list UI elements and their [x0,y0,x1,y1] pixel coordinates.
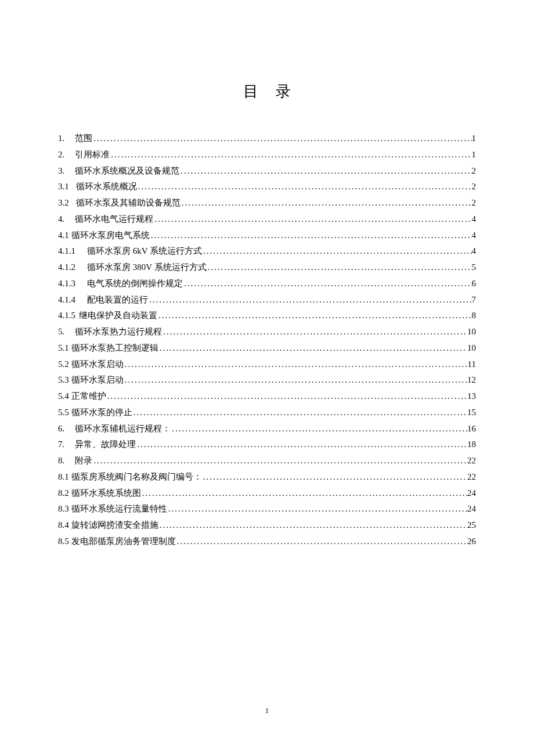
toc-entry-text: 循环水泵热力运行规程 [75,324,162,340]
toc-entry-page: 2 [472,179,477,195]
toc-leader-dots [162,324,467,340]
toc-entry[interactable]: 8.3循环水系统运行流量特性24 [58,501,476,517]
toc-title: 目录 [58,81,476,102]
toc-entry-page: 18 [467,437,476,453]
toc-entry-text: 循环水泵房 380V 系统运行方式 [87,260,207,276]
toc-leader-dots [158,517,467,534]
toc-entry-text: 循环水泵辅机运行规程： [75,421,171,437]
toc-leader-dots [92,131,471,147]
toc-entry[interactable]: 2.引用标准1 [58,147,476,163]
toc-entry[interactable]: 4.1.4配电装置的运行7 [58,292,476,308]
toc-entry[interactable]: 4.循环水电气运行规程4 [58,211,476,228]
toc-entry[interactable]: 8.5发电部循泵房油务管理制度26 [58,534,476,550]
toc-entry-page: 24 [467,485,476,502]
toc-entry-text: 配电装置的运行 [87,292,148,308]
toc-entry-page: 10 [467,340,476,357]
toc-leader-dots [106,388,467,405]
toc-leader-dots [153,211,471,228]
toc-entry[interactable]: 3.1循环水系统概况2 [58,179,476,195]
toc-entry-page: 25 [467,517,476,534]
toc-entry-text: 正常维护 [71,388,106,405]
toc-entry[interactable]: 5.5循环水泵的停止15 [58,405,476,421]
toc-entry-text: 循环水系统概况及设备规范 [75,163,179,179]
toc-entry-text: 循环水泵启动 [71,357,124,373]
toc-leader-dots [136,437,467,453]
toc-entry-number: 3.1 [58,179,76,195]
toc-entry-number: 8.4 [58,517,71,534]
toc-entry-number: 5. [58,324,75,340]
toc-entry[interactable]: 3.2循环水泵及其辅助设备规范2 [58,195,476,211]
toc-entry-page: 11 [468,357,476,373]
toc-entry[interactable]: 4.1.1循环水泵房 6kV 系统运行方式4 [58,243,476,260]
toc-entry-page: 10 [467,324,476,340]
toc-entry-number: 4.1.5 [58,308,79,324]
toc-entry-number: 5.2 [58,357,71,373]
toc-entry-number: 5.4 [58,388,71,405]
toc-entry[interactable]: 4.1.2循环水泵房 380V 系统运行方式5 [58,260,476,276]
toc-entry-page: 4 [472,211,477,228]
toc-leader-dots [207,260,472,276]
toc-leader-dots [110,147,471,163]
toc-entry-text: 附录 [75,453,92,469]
toc-entry-number: 8.5 [58,534,71,550]
toc-entry-number: 1. [58,131,75,147]
toc-entry-text: 旋转滤网捞渣安全措施 [71,517,158,534]
toc-entry[interactable]: 7.异常、故障处理18 [58,437,476,453]
toc-leader-dots [141,485,467,502]
toc-entry[interactable]: 8.4旋转滤网捞渣安全措施25 [58,517,476,534]
toc-entry-text: 循环水系统概况 [76,179,137,195]
toc-entry[interactable]: 5.循环水泵热力运行规程10 [58,324,476,340]
toc-entry[interactable]: 4.1.5继电保护及自动装置8 [58,308,476,324]
toc-entry[interactable]: 3.循环水系统概况及设备规范2 [58,163,476,179]
toc-entry-page: 2 [472,195,477,211]
toc-leader-dots [171,421,467,437]
toc-entry-text: 范围 [75,131,92,147]
toc-entry-page: 22 [467,453,476,469]
toc-entry[interactable]: 8.2循环水系统系统图24 [58,485,476,502]
toc-entry[interactable]: 6.循环水泵辅机运行规程：16 [58,421,476,437]
toc-list: 1.范围12.引用标准13.循环水系统概况及设备规范23.1循环水系统概况23.… [58,131,476,550]
toc-entry-number: 4.1.1 [58,243,87,260]
toc-entry-number: 2. [58,147,75,163]
toc-entry[interactable]: 5.1循环水泵热工控制逻辑10 [58,340,476,357]
toc-entry-page: 24 [467,501,476,517]
toc-entry[interactable]: 5.3循环水泵启动12 [58,372,476,388]
toc-entry-page: 1 [472,131,477,147]
toc-entry-text: 引用标准 [75,147,110,163]
toc-leader-dots [167,501,467,517]
toc-entry-number: 8.2 [58,485,71,502]
toc-entry[interactable]: 8.附录22 [58,453,476,469]
toc-leader-dots [202,469,467,485]
toc-entry[interactable]: 4.1.3电气系统的倒闸操作规定6 [58,276,476,292]
toc-entry-text: 循环水系统系统图 [71,485,141,502]
toc-entry-page: 12 [467,372,476,388]
toc-entry-page: 8 [472,308,477,324]
toc-entry-number: 3. [58,163,75,179]
toc-entry-number: 8. [58,453,75,469]
toc-entry-page: 2 [472,163,477,179]
toc-leader-dots [92,453,467,469]
toc-leader-dots [176,534,467,550]
toc-entry-text: 电气系统的倒闸操作规定 [87,276,183,292]
toc-entry-text: 循环水电气运行规程 [75,211,153,228]
page-number: 1 [0,706,534,715]
toc-entry-text: 循环水泵启动 [71,372,124,388]
toc-entry[interactable]: 5.4正常维护13 [58,388,476,405]
toc-leader-dots [124,357,468,373]
toc-leader-dots [157,308,472,324]
toc-entry-number: 4.1.2 [58,260,87,276]
toc-entry-text: 异常、故障处理 [75,437,136,453]
toc-entry[interactable]: 1.范围1 [58,131,476,147]
toc-entry-text: 发电部循泵房油务管理制度 [71,534,176,550]
toc-entry[interactable]: 5.2循环水泵启动11 [58,357,476,373]
toc-entry-page: 5 [472,260,477,276]
toc-leader-dots [150,228,472,244]
toc-entry-page: 4 [472,243,477,260]
toc-entry-number: 8.1 [58,469,71,485]
toc-entry-page: 15 [467,405,476,421]
toc-entry-number: 4. [58,211,75,228]
toc-entry[interactable]: 4.1循环水泵房电气系统4 [58,228,476,244]
toc-entry-text: 循泵房系统阀门名称及阀门编号： [71,469,202,485]
toc-entry-text: 循环水泵房 6kV 系统运行方式 [87,243,202,260]
toc-entry[interactable]: 8.1循泵房系统阀门名称及阀门编号：22 [58,469,476,485]
